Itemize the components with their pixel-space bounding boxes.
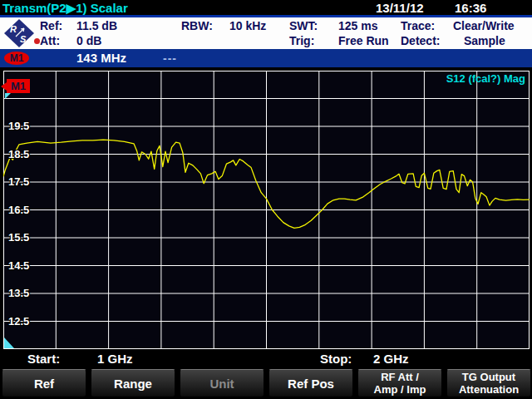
att-label: Att: — [40, 34, 60, 47]
softkey-range-label: Range — [114, 377, 152, 390]
svg-text:S: S — [20, 34, 27, 44]
settings-header: R S Ref: 11.5 dB Att: 0 dB RBW: 10 kHz S… — [0, 17, 532, 49]
marker-frequency[interactable]: 143 MHz — [76, 51, 126, 65]
page-title: Transm(P2▶1) Scalar — [2, 1, 128, 16]
softkey-ref-pos-label: Ref Pos — [288, 377, 334, 390]
svg-text:R: R — [10, 24, 17, 34]
softkey-ref-pos[interactable]: Ref Pos — [268, 369, 353, 397]
softkey-tg-output-attenuation[interactable]: TG Output Attenuation — [446, 369, 531, 397]
ref-value: 11.5 dB — [76, 19, 117, 32]
y-axis-tick-label: 15.5 — [8, 231, 43, 244]
softkey-rf-att-label: RF Att / Amp / Imp — [374, 371, 426, 396]
rbw-value: 10 kHz — [229, 19, 266, 32]
start-label: Start: — [27, 352, 60, 366]
swt-label: SWT: — [289, 19, 318, 32]
softkey-range[interactable]: Range — [91, 369, 175, 397]
softkey-rf-att-amp-imp[interactable]: RF Att / Amp / Imp — [357, 369, 442, 397]
att-indicator-dot — [34, 38, 40, 44]
marker-readout-row: M1 143 MHz --- — [0, 49, 532, 67]
trace-mode-label: S12 (fcal?) Mag — [446, 72, 525, 85]
softkey-unit-label: Unit — [209, 377, 234, 390]
trace-label: Trace: — [401, 19, 435, 32]
detect-value: Sample — [464, 34, 505, 47]
marker-flag[interactable]: M1 — [7, 79, 30, 93]
y-axis-tick-label: 12.5 — [8, 315, 43, 328]
rbw-label: RBW: — [181, 19, 213, 32]
trig-value: Free Run — [338, 34, 389, 47]
y-axis-tick-label: 16.5 — [8, 204, 43, 216]
detect-label: Detect: — [401, 34, 440, 47]
softkey-ref-label: Ref — [34, 377, 54, 390]
trace-value: Clear/Write — [453, 19, 515, 32]
y-axis-tick-label: 13.5 — [8, 287, 43, 299]
rs-logo: R S — [4, 19, 34, 47]
start-value: 1 GHz — [97, 352, 133, 366]
analyzer-screen: Transm(P2▶1) Scalar 13/11/12 16:36 R S R… — [0, 0, 532, 399]
softkey-ref[interactable]: Ref — [2, 369, 86, 397]
ref-label: Ref: — [40, 19, 62, 32]
marker-value: --- — [163, 52, 177, 65]
title-bar: Transm(P2▶1) Scalar 13/11/12 16:36 — [0, 0, 532, 15]
y-axis-tick-label: 14.5 — [8, 259, 43, 272]
corner-marker-icon — [4, 337, 14, 348]
softkey-unit[interactable]: Unit — [180, 369, 264, 397]
stop-label: Stop: — [320, 352, 352, 366]
graph-area[interactable]: S12 (fcal?) Mag M1 19.518.517.516.515.51… — [3, 71, 530, 349]
marker-flag-label: M1 — [11, 80, 26, 92]
measurement-plot — [3, 71, 530, 349]
date-display: 13/11/12 — [376, 1, 424, 15]
time-display: 16:36 — [455, 1, 486, 15]
y-axis-tick-label: 19.5 — [8, 120, 43, 132]
y-axis-tick-label: 18.5 — [8, 148, 43, 160]
swt-value: 125 ms — [338, 19, 377, 32]
y-axis-tick-label: 17.5 — [8, 175, 43, 188]
trig-label: Trig: — [289, 34, 314, 47]
softkey-tg-output-label: TG Output Attenuation — [459, 371, 519, 396]
att-value: 0 dB — [76, 34, 101, 47]
stop-value: 2 GHz — [373, 352, 409, 366]
marker-badge[interactable]: M1 — [4, 52, 29, 65]
